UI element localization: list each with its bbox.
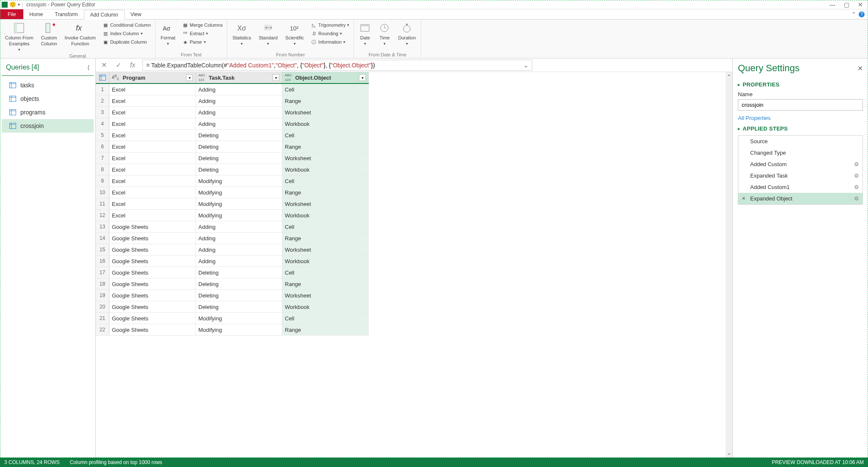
cell[interactable]: Modifying: [196, 187, 282, 198]
cell[interactable]: Range: [282, 187, 369, 198]
properties-heading[interactable]: ▸PROPERTIES: [738, 81, 863, 88]
cell[interactable]: Excel: [109, 187, 196, 198]
table-row[interactable]: 18Google SheetsDeletingRange: [96, 278, 369, 290]
cell[interactable]: Modifying: [196, 324, 282, 335]
time-button[interactable]: Time▾: [376, 21, 393, 52]
collapse-pane-icon[interactable]: ⟨: [87, 64, 89, 71]
row-header[interactable]: 2: [96, 95, 109, 106]
cell[interactable]: Worksheet: [282, 107, 369, 118]
cell[interactable]: Google Sheets: [109, 221, 196, 232]
duration-button[interactable]: Duration▾: [395, 21, 418, 52]
cell[interactable]: Excel: [109, 118, 196, 129]
applied-step-expanded-task[interactable]: Expanded Task⚙: [738, 170, 862, 181]
custom-column-button[interactable]: ★ Custom Column: [39, 21, 60, 53]
row-header[interactable]: 3: [96, 107, 109, 118]
duplicate-column-button[interactable]: ▣Duplicate Column: [101, 38, 153, 46]
applied-step-added-custom1[interactable]: Added Custom1⚙: [738, 181, 862, 193]
filter-dropdown-icon[interactable]: ▾: [273, 74, 279, 81]
cell[interactable]: Adding: [196, 221, 282, 232]
queries-header[interactable]: Queries [4] ⟨: [2, 62, 94, 76]
scientific-button[interactable]: 10² Scientific▾: [283, 21, 306, 52]
table-row[interactable]: 4ExcelAddingWorkbook: [96, 118, 369, 130]
cell[interactable]: Adding: [196, 84, 282, 95]
row-header[interactable]: 1: [96, 84, 109, 95]
cell[interactable]: Deleting: [196, 153, 282, 164]
query-item-programs[interactable]: programs: [2, 106, 94, 119]
cell[interactable]: Range: [282, 233, 369, 244]
cell[interactable]: Workbook: [282, 301, 369, 312]
table-row[interactable]: 16Google SheetsAddingWorkbook: [96, 256, 369, 267]
scroll-up-icon[interactable]: ⌃: [727, 72, 731, 81]
table-row[interactable]: 22Google SheetsModifyingRange: [96, 324, 369, 336]
cell[interactable]: Workbook: [282, 164, 369, 175]
row-header[interactable]: 14: [96, 233, 109, 244]
cell[interactable]: Adding: [196, 107, 282, 118]
cell[interactable]: Deleting: [196, 278, 282, 289]
table-row[interactable]: 6ExcelDeletingRange: [96, 141, 369, 153]
type-icon[interactable]: ABC123: [198, 73, 205, 82]
cell[interactable]: Modifying: [196, 198, 282, 209]
cell[interactable]: Deleting: [196, 290, 282, 301]
conditional-column-button[interactable]: ▦Conditional Column: [101, 21, 153, 29]
row-header[interactable]: 17: [96, 267, 109, 278]
column-from-examples-button[interactable]: Column From Examples ▾: [3, 21, 36, 53]
date-button[interactable]: Date▾: [356, 21, 373, 52]
cell[interactable]: Cell: [282, 130, 369, 141]
row-header[interactable]: 7: [96, 153, 109, 164]
applied-step-added-custom[interactable]: Added Custom⚙: [738, 158, 862, 170]
applied-step-expanded-object[interactable]: Expanded Object⚙: [738, 193, 862, 204]
filter-dropdown-icon[interactable]: ▾: [359, 74, 366, 81]
scroll-down-icon[interactable]: ⌄: [727, 448, 731, 458]
table-row[interactable]: 1ExcelAddingCell: [96, 84, 369, 95]
query-item-crossjoin[interactable]: crossjoin: [2, 119, 94, 133]
table-row[interactable]: 15Google SheetsAddingWorksheet: [96, 244, 369, 256]
table-row[interactable]: 2ExcelAddingRange: [96, 95, 369, 107]
cell[interactable]: Cell: [282, 267, 369, 278]
cell[interactable]: Worksheet: [282, 153, 369, 164]
cell[interactable]: Excel: [109, 210, 196, 221]
type-icon[interactable]: ABC: [112, 74, 120, 81]
table-row[interactable]: 20Google SheetsDeletingWorkbook: [96, 301, 369, 313]
cell[interactable]: Workbook: [282, 118, 369, 129]
cell[interactable]: Excel: [109, 198, 196, 209]
cell[interactable]: Adding: [196, 256, 282, 267]
row-header[interactable]: 22: [96, 324, 109, 335]
table-row[interactable]: 21Google SheetsModifyingCell: [96, 313, 369, 324]
cell[interactable]: Worksheet: [282, 290, 369, 301]
select-all-cell[interactable]: [96, 72, 109, 83]
cell[interactable]: Deleting: [196, 267, 282, 278]
cell[interactable]: Excel: [109, 175, 196, 186]
applied-steps-heading[interactable]: ▸APPLIED STEPS: [738, 125, 863, 132]
cell[interactable]: Cell: [282, 313, 369, 324]
merge-columns-button[interactable]: ▦Merge Columns: [181, 21, 225, 29]
vertical-scrollbar[interactable]: ⌃ ⌄: [726, 72, 732, 458]
gear-icon[interactable]: ⚙: [854, 184, 859, 190]
cell[interactable]: Range: [282, 324, 369, 335]
close-window-icon[interactable]: ✕: [858, 1, 863, 8]
tab-add-column[interactable]: Add Column: [84, 10, 125, 19]
row-header[interactable]: 19: [96, 290, 109, 301]
information-button[interactable]: ⓘInformation▾: [309, 38, 351, 46]
cell[interactable]: Modifying: [196, 175, 282, 186]
row-header[interactable]: 13: [96, 221, 109, 232]
row-header[interactable]: 12: [96, 210, 109, 221]
row-header[interactable]: 8: [96, 164, 109, 175]
tab-transform[interactable]: Transform: [49, 9, 83, 19]
cell[interactable]: Excel: [109, 130, 196, 141]
cell[interactable]: Modifying: [196, 313, 282, 324]
cell[interactable]: Google Sheets: [109, 233, 196, 244]
table-row[interactable]: 8ExcelDeletingWorkbook: [96, 164, 369, 175]
cell[interactable]: Excel: [109, 164, 196, 175]
table-row[interactable]: 13Google SheetsAddingCell: [96, 221, 369, 233]
table-row[interactable]: 17Google SheetsDeletingCell: [96, 267, 369, 278]
standard-button[interactable]: +−× Standard▾: [256, 21, 280, 52]
cell[interactable]: Google Sheets: [109, 313, 196, 324]
cell[interactable]: Google Sheets: [109, 324, 196, 335]
gear-icon[interactable]: ⚙: [854, 195, 859, 202]
row-header[interactable]: 21: [96, 313, 109, 324]
cell[interactable]: Adding: [196, 233, 282, 244]
cell[interactable]: Worksheet: [282, 198, 369, 209]
cell[interactable]: Cell: [282, 175, 369, 186]
cell[interactable]: Range: [282, 141, 369, 152]
type-icon[interactable]: ABC123: [285, 73, 292, 82]
